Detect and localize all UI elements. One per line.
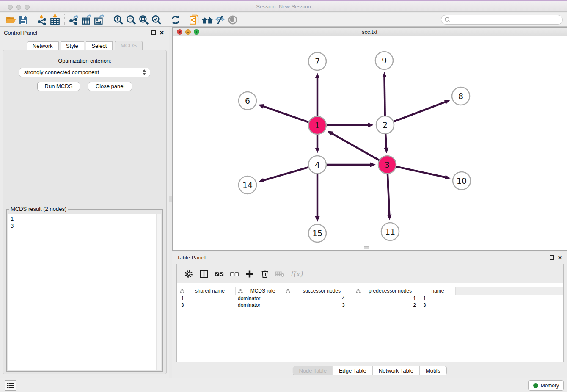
zoom-selected-icon[interactable]: [150, 14, 163, 26]
network-view-window: ✕ − + scc.txt 7968124314101511: [172, 27, 567, 251]
toolbar-separator: [109, 14, 109, 25]
attribute-icon: [286, 289, 290, 293]
close-panel-icon[interactable]: ✕: [558, 254, 562, 261]
show-column-icon[interactable]: [196, 267, 212, 281]
window-close-icon[interactable]: [8, 5, 13, 10]
apply-layout-icon[interactable]: [169, 14, 182, 26]
open-session-icon[interactable]: [4, 14, 17, 26]
tab-motifs[interactable]: Motifs: [419, 366, 446, 375]
tab-node-table[interactable]: Node Table: [293, 366, 333, 375]
create-column-icon[interactable]: [242, 267, 257, 281]
float-panel-icon[interactable]: [550, 255, 554, 260]
network-minimize-icon[interactable]: −: [185, 29, 191, 35]
graph-edge-4-14[interactable]: [263, 167, 308, 180]
window-zoom-icon[interactable]: [25, 5, 30, 10]
float-panel-icon[interactable]: [151, 30, 156, 35]
graph-edge-arrowhead: [259, 178, 264, 183]
close-panel-button[interactable]: Close panel: [88, 82, 132, 91]
window-title: Session: New Session: [0, 1, 567, 12]
column-header-mcds-role[interactable]: MCDS role: [236, 287, 283, 295]
network-canvas[interactable]: 7968124314101511: [173, 36, 567, 250]
graph-edge-arrowhead: [315, 148, 320, 153]
graph-edge-3-10[interactable]: [396, 167, 446, 177]
first-neighbors-icon[interactable]: [201, 14, 214, 26]
graph-edge-arrowhead: [444, 100, 450, 104]
control-panel-tabs: Network Style Select MCDS: [0, 41, 169, 50]
toolbar-separator: [64, 14, 65, 25]
tab-style[interactable]: Style: [61, 41, 84, 50]
graph-edge-2-8[interactable]: [394, 102, 446, 121]
export-table-icon[interactable]: [80, 14, 93, 26]
graph-edge-2-9[interactable]: [385, 77, 385, 116]
export-network-icon[interactable]: [68, 14, 80, 26]
show-all-icon[interactable]: [226, 14, 239, 26]
zoom-out-icon[interactable]: [125, 14, 138, 26]
graph-node-label: 14: [242, 180, 253, 190]
clone-network-icon[interactable]: [188, 14, 201, 26]
tab-select[interactable]: Select: [86, 41, 113, 50]
attribute-icon: [180, 289, 184, 293]
mcds-result-list[interactable]: 1 3: [8, 214, 161, 370]
export-image-icon[interactable]: [93, 14, 106, 26]
mcds-panel: Optimization criterion: strongly connect…: [3, 50, 167, 374]
graph-node-label: 8: [458, 91, 463, 101]
graph-edge-3-1[interactable]: [331, 133, 379, 160]
tab-edge-table[interactable]: Edge Table: [333, 366, 372, 375]
column-header-predecessor-nodes[interactable]: predecessor nodes: [353, 287, 420, 295]
select-all-icon[interactable]: [212, 267, 227, 281]
graph-node-label: 10: [457, 176, 467, 185]
graph-edge-arrowhead: [315, 216, 320, 222]
import-table-icon[interactable]: [49, 14, 61, 26]
task-history-button[interactable]: [5, 380, 16, 391]
graph-edge-arrowhead: [445, 175, 451, 179]
delete-column-icon[interactable]: [257, 267, 272, 281]
graph-edge-arrowhead: [368, 123, 374, 127]
mcds-result-title: MCDS result (2 nodes): [9, 206, 68, 212]
scrollbar[interactable]: [156, 214, 161, 370]
graph-node-label: 6: [245, 96, 250, 105]
graph-edge-2-3[interactable]: [385, 134, 386, 149]
run-mcds-button[interactable]: Run MCDS: [37, 82, 80, 91]
network-window-title: scc.txt: [173, 28, 567, 36]
graph-edge-arrowhead: [382, 72, 387, 77]
criterion-select[interactable]: strongly connected component: [19, 68, 150, 77]
tab-network-table[interactable]: Network Table: [372, 366, 419, 375]
graph-node-label: 15: [312, 229, 322, 238]
criterion-value: strongly connected component: [24, 69, 99, 75]
import-network-icon[interactable]: [36, 14, 49, 26]
tab-mcds[interactable]: MCDS: [115, 41, 143, 50]
unselect-all-icon[interactable]: [227, 267, 242, 281]
table-row[interactable]: 1 dominator 4 1 1: [177, 295, 563, 302]
canvas-resize-handle[interactable]: [364, 246, 369, 249]
result-line: 3: [8, 222, 161, 229]
zoom-fit-icon[interactable]: [138, 14, 150, 26]
table-settings-icon[interactable]: [181, 267, 196, 281]
graph-edge-arrowhead: [370, 163, 376, 167]
toolbar-separator: [166, 14, 166, 25]
column-header-successor-nodes[interactable]: successor nodes: [283, 287, 353, 295]
graph-edge-3-11[interactable]: [388, 174, 389, 215]
splitter-handle[interactable]: [169, 196, 172, 202]
header-filler: [456, 287, 563, 295]
graph-edge-1-2[interactable]: [327, 125, 369, 125]
graph-edge-arrowhead: [315, 73, 320, 78]
network-close-icon[interactable]: ✕: [177, 29, 182, 35]
hide-selected-icon[interactable]: [214, 14, 226, 26]
node-table-container: f(x) shared name MCDS role successor nod…: [176, 264, 564, 362]
table-panel: Table Panel ✕: [172, 252, 567, 378]
network-maximize-icon[interactable]: +: [194, 29, 199, 35]
tab-network[interactable]: Network: [27, 41, 59, 50]
search-input[interactable]: [451, 16, 562, 24]
zoom-in-icon[interactable]: [112, 14, 125, 26]
close-panel-icon[interactable]: ✕: [160, 30, 164, 36]
select-stepper-icon: [143, 69, 146, 75]
column-header-shared-name[interactable]: shared name: [177, 287, 236, 295]
graph-edge-arrowhead: [387, 215, 392, 220]
save-session-icon[interactable]: [17, 14, 30, 26]
table-panel-title: Table Panel: [177, 254, 206, 261]
window-minimize-icon[interactable]: [16, 5, 21, 10]
table-row[interactable]: 3 dominator 3 2 3: [177, 302, 563, 309]
graph-edge-1-6[interactable]: [263, 106, 308, 122]
memory-button[interactable]: Memory: [528, 380, 564, 391]
column-header-name[interactable]: name: [420, 287, 456, 295]
